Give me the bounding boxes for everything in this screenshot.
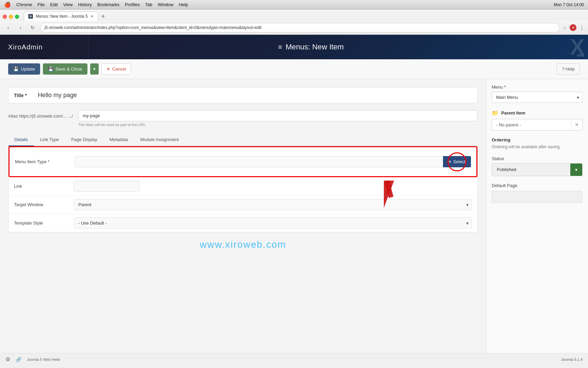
joomla-version: Joomla 5.1.4: [561, 357, 583, 362]
nav-icons: ☆ ✕ ⋮: [562, 24, 585, 31]
help-label: ? Help: [562, 66, 575, 72]
status-bar: ⚙ 🔗 Joomla 5 Web Hello Joomla 5.1.4: [0, 353, 588, 365]
mac-menu-history[interactable]: History: [78, 2, 92, 7]
gear-icon[interactable]: ⚙: [5, 356, 10, 363]
window-maximize-btn[interactable]: [15, 15, 19, 19]
main-content: Title * Alias https://j5.xiroweb.com/...…: [0, 79, 588, 353]
mac-menu-file[interactable]: File: [37, 2, 45, 7]
menu-select[interactable]: Main Menu: [492, 92, 583, 103]
template-style-control: - Use Default - ▾: [74, 217, 472, 229]
status-label: Status: [492, 156, 583, 161]
tab-link-type[interactable]: Link Type: [34, 134, 65, 146]
admin-header: XiroAdmin ≡ Menus: New Item X xiro: [0, 35, 588, 59]
cancel-icon: ✕: [107, 66, 110, 72]
page-title-text: Menus: New Item: [285, 43, 344, 51]
menu-item-type-input[interactable]: [75, 156, 443, 167]
new-tab-button[interactable]: +: [99, 12, 108, 21]
tab-close-icon[interactable]: ✕: [91, 14, 94, 19]
status-section: Status Published ▾: [492, 156, 583, 176]
extension-icon[interactable]: ⋮: [579, 25, 585, 31]
parent-value: - No parent -: [492, 120, 571, 130]
select-button[interactable]: ≡ Select: [443, 156, 471, 167]
mac-menu-profiles[interactable]: Profiles: [125, 2, 140, 7]
default-page-label: Default Page: [492, 183, 583, 188]
address-bar[interactable]: j5.xiroweb.com/administrator/index.php?o…: [40, 23, 560, 32]
xiro-logo-area: X xiro: [534, 35, 588, 59]
ordering-hint: Ordering will be available after saving.: [492, 144, 583, 149]
status-dropdown-button[interactable]: ▾: [570, 164, 582, 176]
alias-field-wrap: The Alias will be used as part of the UR…: [78, 110, 478, 127]
parent-item-section: 📁 Parent Item - No parent - ✕: [492, 110, 583, 131]
mac-menu-tab[interactable]: Tab: [145, 2, 152, 7]
toolbar: 💾 Update 💾 Save & Close ▾ ✕ Cancel ? Hel…: [0, 59, 588, 79]
mac-menu-view[interactable]: View: [63, 2, 73, 7]
browser-tabs-bar: ✕ Menus: New Item - Joomla 5 ✕ +: [0, 10, 588, 21]
template-style-select[interactable]: - Use Default -: [74, 217, 472, 229]
target-window-select[interactable]: Parent: [74, 199, 472, 210]
alias-input[interactable]: [78, 110, 478, 121]
save-close-button[interactable]: 💾 Save & Close: [43, 63, 87, 75]
cancel-button[interactable]: ✕ Cancel: [101, 63, 131, 75]
default-page-input[interactable]: [492, 191, 583, 203]
page-title-icon: ≡: [278, 43, 282, 51]
link-control: [74, 181, 472, 192]
parent-clear-button[interactable]: ✕: [571, 119, 582, 130]
admin-wrapper: XiroAdmin ≡ Menus: New Item X xiro 💾 Upd…: [0, 35, 588, 365]
target-window-label: Target Window: [14, 202, 68, 207]
tab-favicon: ✕: [28, 14, 33, 19]
save-dropdown-button[interactable]: ▾: [90, 63, 99, 75]
tab-page-display[interactable]: Page Display: [65, 134, 103, 146]
update-icon: 💾: [13, 66, 19, 72]
template-style-select-wrap: - Use Default - ▾: [74, 217, 472, 229]
status-value: Published: [492, 164, 570, 176]
select-btn-icon: ≡: [448, 159, 451, 164]
target-window-row: Target Window Parent ▾: [9, 196, 477, 214]
menu-item-type-input-row: ≡ Select: [75, 156, 471, 167]
tab-module-assignment[interactable]: Module Assignment: [134, 134, 185, 146]
link-row: Link: [9, 177, 477, 196]
status-select-wrap: Published ▾: [492, 163, 583, 176]
mac-menu-help[interactable]: Help: [179, 2, 188, 7]
alias-row: Alias https://j5.xiroweb.com/... .../ Th…: [8, 110, 478, 127]
mac-menu-edit[interactable]: Edit: [50, 2, 58, 7]
mac-menu-window[interactable]: Window: [158, 2, 173, 7]
template-style-label: Template Style: [14, 220, 68, 226]
tab-details[interactable]: Details: [8, 134, 34, 146]
tab-content-details: Menu Item Type * ≡ Select: [8, 146, 478, 232]
link-label: Link: [14, 184, 68, 189]
back-button[interactable]: ‹: [3, 23, 13, 32]
link-input[interactable]: [74, 181, 140, 192]
alias-hint: The Alias will be used as part of the UR…: [78, 123, 478, 127]
bookmark-icon[interactable]: ☆: [562, 25, 567, 30]
title-input[interactable]: [32, 88, 477, 103]
right-sidebar: Menu * Main Menu ▾ 📁 Parent Item - No pa…: [486, 79, 588, 353]
tab-metadata[interactable]: Metadata: [103, 134, 134, 146]
profile-icon[interactable]: ✕: [570, 24, 576, 31]
select-btn-label: Select: [453, 159, 466, 164]
menu-item-type-row: Menu Item Type * ≡ Select: [15, 153, 471, 171]
folder-icon: 📁: [492, 110, 499, 116]
help-button[interactable]: ? Help: [557, 63, 580, 75]
watermark: www.xiroweb.com: [8, 232, 478, 257]
tabs-bar: Details Link Type Page Display Metadata …: [8, 134, 478, 146]
active-tab[interactable]: ✕ Menus: New Item - Joomla 5 ✕: [24, 12, 98, 21]
update-button[interactable]: 💾 Update: [8, 63, 40, 75]
forward-button[interactable]: ›: [16, 23, 25, 32]
window-minimize-btn[interactable]: [9, 15, 13, 19]
apple-menu[interactable]: 🍎: [4, 1, 11, 8]
browser-nav: ‹ › ↻ j5.xiroweb.com/administrator/index…: [0, 21, 588, 34]
save-icon: 💾: [48, 66, 53, 72]
tab-title: Menus: New Item - Joomla 5: [36, 14, 88, 19]
menu-item-type-section: Menu Item Type * ≡ Select: [9, 146, 477, 177]
update-label: Update: [21, 66, 35, 72]
mac-menu-bookmarks[interactable]: Bookmarks: [97, 2, 119, 7]
form-area: Title * Alias https://j5.xiroweb.com/...…: [0, 79, 486, 353]
save-close-label: Save & Close: [55, 66, 82, 72]
status-bar-right: Joomla 5.1.4: [561, 357, 583, 362]
template-style-row: Template Style - Use Default - ▾: [9, 214, 477, 232]
reload-button[interactable]: ↻: [28, 23, 37, 32]
url-text: j5.xiroweb.com/administrator/index.php?o…: [45, 25, 261, 30]
window-close-btn[interactable]: [3, 15, 7, 19]
mac-menu-chrome[interactable]: Chrome: [16, 2, 32, 7]
parent-value-wrap: - No parent - ✕: [492, 119, 583, 131]
